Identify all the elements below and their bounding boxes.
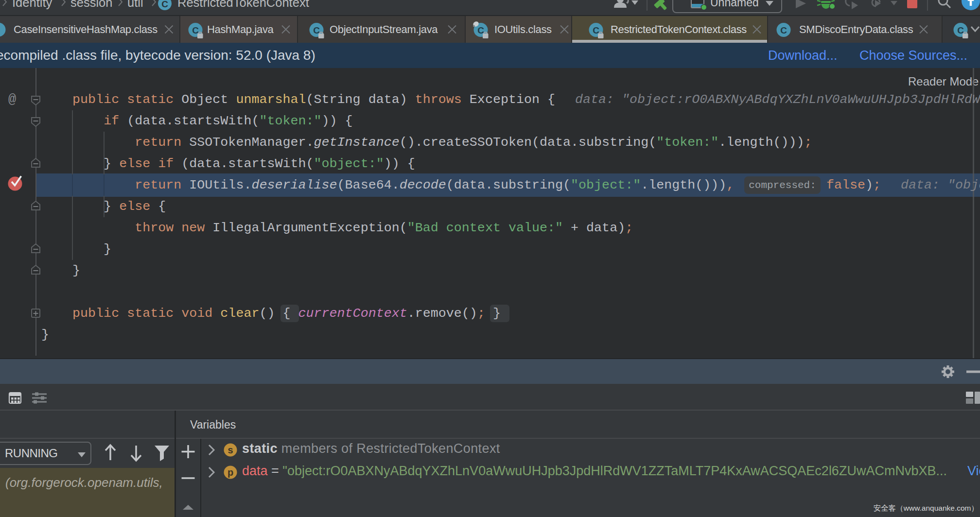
svg-text:C: C: [780, 25, 787, 35]
svg-text:p: p: [228, 467, 233, 478]
svg-text:s: s: [228, 445, 233, 455]
svg-text:C: C: [161, 0, 168, 9]
